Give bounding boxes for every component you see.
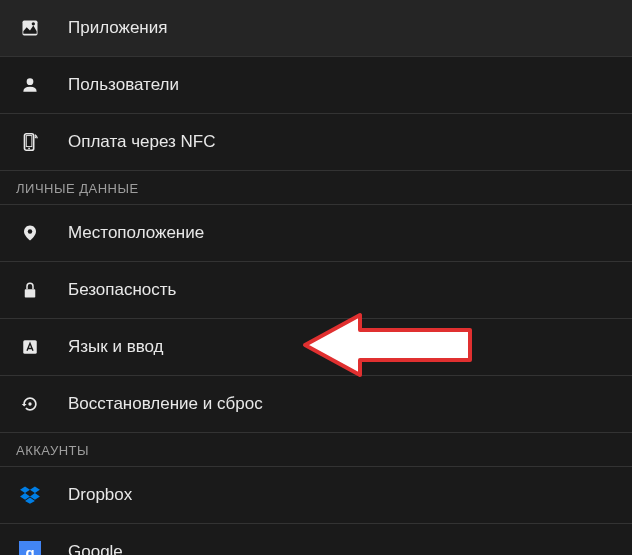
settings-label: Google [68,542,123,555]
settings-label: Dropbox [68,485,132,505]
settings-list: Приложения Пользователи Оплата через NFC… [0,0,632,555]
svg-point-9 [28,402,31,405]
settings-item-nfc[interactable]: Оплата через NFC [0,114,632,171]
language-icon [16,333,44,361]
settings-label: Оплата через NFC [68,132,216,152]
settings-item-users[interactable]: Пользователи [0,57,632,114]
users-icon [16,71,44,99]
settings-item-backup-reset[interactable]: Восстановление и сброс [0,376,632,433]
svg-rect-7 [25,289,36,297]
settings-label: Безопасность [68,280,176,300]
lock-icon [16,276,44,304]
settings-label: Язык и ввод [68,337,164,357]
apps-icon [16,14,44,42]
settings-label: Пользователи [68,75,179,95]
settings-label: Местоположение [68,223,204,243]
restore-icon [16,390,44,418]
settings-item-apps[interactable]: Приложения [0,0,632,57]
settings-item-location[interactable]: Местоположение [0,205,632,262]
section-header-personal: ЛИЧНЫЕ ДАННЫЕ [0,171,632,205]
settings-label: Приложения [68,18,167,38]
settings-item-dropbox[interactable]: Dropbox [0,467,632,524]
settings-item-language[interactable]: Язык и ввод [0,319,632,376]
svg-rect-4 [26,136,31,147]
location-icon [16,219,44,247]
svg-point-5 [28,148,30,150]
svg-point-6 [28,229,33,234]
google-icon: g [16,538,44,555]
section-header-accounts: АККАУНТЫ [0,433,632,467]
settings-item-google[interactable]: g Google [0,524,632,555]
nfc-icon [16,128,44,156]
svg-point-1 [32,22,35,25]
settings-label: Восстановление и сброс [68,394,263,414]
svg-point-2 [27,78,34,85]
dropbox-icon [16,481,44,509]
settings-item-security[interactable]: Безопасность [0,262,632,319]
